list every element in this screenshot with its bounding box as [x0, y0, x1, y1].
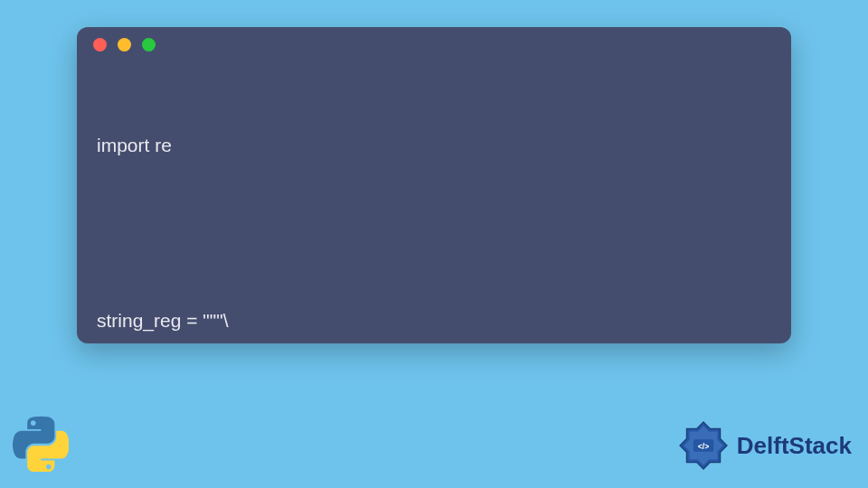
window-titlebar [77, 27, 791, 61]
code-blank-line [97, 222, 771, 244]
delftstack-brand-text: DelftStack [737, 432, 852, 460]
close-icon [93, 38, 107, 52]
minimize-icon [118, 38, 131, 52]
code-line: string_reg = """\ [97, 305, 771, 336]
svg-text:</>: </> [698, 442, 710, 451]
code-window: import re string_reg = """\ ... 23khaddd… [77, 27, 791, 343]
maximize-icon [142, 38, 156, 52]
code-body: import re string_reg = """\ ... 23khaddd… [77, 61, 791, 343]
delftstack-logo: </> DelftStack [675, 418, 852, 474]
code-line: import re [97, 130, 771, 161]
python-logo-icon [13, 416, 69, 472]
delftstack-emblem-icon: </> [675, 418, 731, 474]
